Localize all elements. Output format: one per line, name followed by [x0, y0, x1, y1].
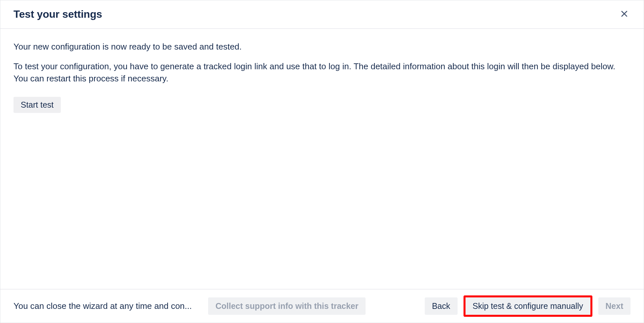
close-icon — [620, 10, 629, 19]
intro-text-1: Your new configuration is now ready to b… — [13, 41, 631, 53]
dialog-title: Test your settings — [13, 8, 102, 20]
dialog-container: Test your settings Your new configuratio… — [0, 0, 644, 323]
intro-text-2: To test your configuration, you have to … — [13, 60, 631, 85]
next-button[interactable]: Next — [598, 297, 631, 315]
dialog-footer: You can close the wizard at any time and… — [0, 289, 644, 323]
footer-note: You can close the wizard at any time and… — [13, 301, 192, 311]
skip-test-button[interactable]: Skip test & configure manually — [465, 297, 590, 315]
dialog-header: Test your settings — [0, 0, 644, 29]
highlight-box: Skip test & configure manually — [464, 295, 592, 317]
back-button[interactable]: Back — [425, 297, 458, 315]
start-test-button[interactable]: Start test — [13, 97, 61, 113]
close-button[interactable] — [618, 8, 631, 21]
collect-support-button[interactable]: Collect support info with this tracker — [208, 297, 366, 315]
footer-right-group: Back Skip test & configure manually Next — [425, 295, 631, 317]
dialog-body: Your new configuration is now ready to b… — [0, 29, 644, 289]
